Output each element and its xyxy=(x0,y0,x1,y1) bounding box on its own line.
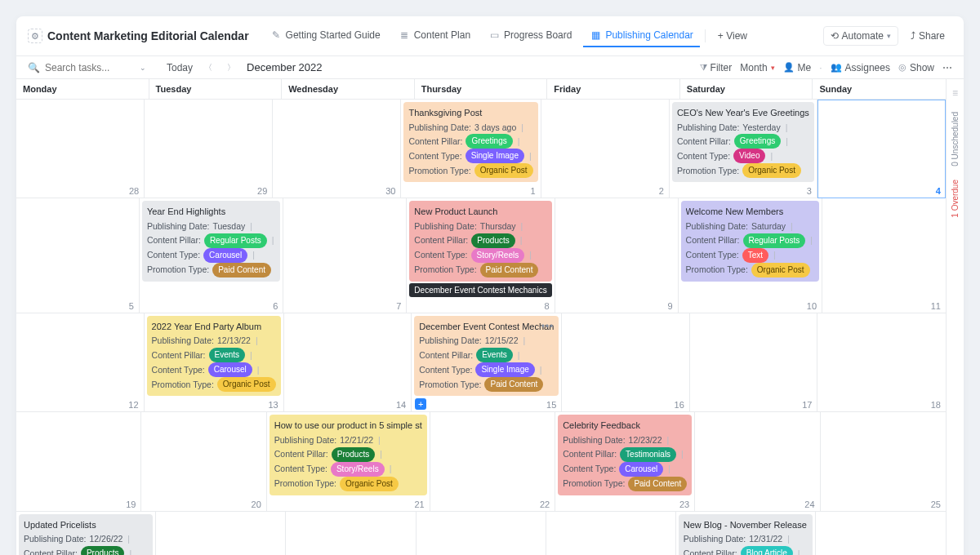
share-icon: ⤴ xyxy=(911,30,915,42)
day-number: 23 xyxy=(679,500,689,509)
me-button[interactable]: 👤Me xyxy=(783,62,812,73)
page-title: Content Marketing Editorial Calendar xyxy=(47,29,249,42)
event-card[interactable]: New Blog - November ReleasePublishing Da… xyxy=(679,514,813,555)
search-input[interactable] xyxy=(45,62,135,73)
automate-button[interactable]: ⟲ Automate ▾ xyxy=(823,26,898,46)
calendar-cell[interactable]: 29 xyxy=(416,512,546,555)
share-button[interactable]: ⤴ Share xyxy=(903,26,952,46)
more-icon[interactable]: ••• xyxy=(541,319,555,335)
event-card[interactable]: New Product LaunchPublishing Date: Thurs… xyxy=(409,201,551,281)
calendar-cell[interactable]: 25 xyxy=(821,412,946,511)
calendar-cell[interactable]: 2022 Year End Party AlbumPublishing Date… xyxy=(145,313,284,412)
today-button[interactable]: Today xyxy=(167,62,193,73)
calendar-cell[interactable]: 20 xyxy=(141,412,266,511)
day-number: 1 xyxy=(531,186,536,196)
event-card[interactable]: Year End HighlightsPublishing Date: Tues… xyxy=(142,201,281,281)
settings-icon[interactable]: ⚙ xyxy=(28,29,42,43)
field-type: Content Type: Single Image| xyxy=(408,149,532,163)
field-pillar: Content Pillar: Events| xyxy=(419,348,554,362)
rail-toggle-icon[interactable]: ≡ xyxy=(952,87,958,99)
next-button[interactable]: 〉 xyxy=(224,62,238,73)
day-header: Wednesday xyxy=(282,79,415,99)
calendar-cell[interactable]: 30 xyxy=(546,512,676,555)
field-pillar: Content Pillar: Products| xyxy=(414,233,546,248)
event-card[interactable]: CEO's New Year's Eve GreetingsPublishing… xyxy=(672,102,814,182)
calendar-cell[interactable]: 30 xyxy=(273,100,401,198)
prev-button[interactable]: 〈 xyxy=(201,62,216,73)
event-title: Updated Pricelists xyxy=(24,518,148,533)
tab-content-plan[interactable]: ≣ Content Plan xyxy=(392,24,477,47)
calendar-cell[interactable]: 7 xyxy=(283,198,407,313)
calendar-cell[interactable]: Thanksgiving PostPublishing Date: 3 days… xyxy=(401,100,541,198)
range-button[interactable]: Month▾ xyxy=(740,62,774,73)
side-rail: ≡ 0 Unscheduled 1 Overdue xyxy=(946,79,964,555)
chevron-down-icon: ▾ xyxy=(887,32,891,40)
calendar-cell[interactable]: 28 xyxy=(286,512,416,555)
event-title: How to use our product in 5 simple st xyxy=(274,419,422,433)
calendar-cell[interactable]: 2 xyxy=(541,100,670,198)
header: ⚙ Content Marketing Editorial Calendar ✎… xyxy=(16,16,964,56)
calendar-cell[interactable]: 14 xyxy=(284,313,412,412)
calendar-cell[interactable]: Year End HighlightsPublishing Date: Tues… xyxy=(140,198,284,313)
overflow-event-bar[interactable]: December Event Contest Mechanics xyxy=(409,283,551,297)
calendar-cell[interactable] xyxy=(816,512,946,555)
field-pillar: Content Pillar: Greetings| xyxy=(408,134,532,149)
calendar-cell[interactable]: 11 xyxy=(822,198,946,313)
add-view-button[interactable]: + View xyxy=(710,26,755,46)
calendar-cell[interactable]: CEO's New Year's Eve GreetingsPublishing… xyxy=(670,100,817,198)
tab-publishing-calendar[interactable]: ▦ Publishing Calendar xyxy=(583,24,699,47)
calendar-cell[interactable]: 5 xyxy=(16,198,140,313)
unscheduled-label[interactable]: 0 Unscheduled xyxy=(951,112,960,166)
day-number: 6 xyxy=(273,301,278,311)
calendar-cell[interactable]: 24 xyxy=(695,412,820,511)
tab-getting-started[interactable]: ✎ Getting Started Guide xyxy=(264,24,387,47)
overdue-label[interactable]: 1 Overdue xyxy=(951,180,960,218)
field-pub: Publishing Date: Thursday| xyxy=(414,220,546,233)
more-menu[interactable]: ⋯ xyxy=(942,62,952,73)
field-pub: Publishing Date: 3 days ago| xyxy=(408,121,532,135)
day-header: Saturday xyxy=(680,79,813,99)
day-number: 16 xyxy=(675,400,684,410)
calendar-cell[interactable]: How to use our product in 5 simple stPub… xyxy=(267,412,430,511)
calendar-cell[interactable]: Welcome New MembersPublishing Date: Satu… xyxy=(679,198,823,313)
calendar-cell[interactable]: 19 xyxy=(16,412,141,511)
event-card[interactable]: How to use our product in 5 simple stPub… xyxy=(270,415,427,495)
event-card[interactable]: Updated PricelistsPublishing Date: 12/26… xyxy=(19,514,153,555)
calendar-cell[interactable]: 22 xyxy=(430,412,555,511)
event-card[interactable]: Welcome New MembersPublishing Date: Satu… xyxy=(681,201,820,281)
event-card[interactable]: Celebrity FeedbackPublishing Date: 12/23… xyxy=(558,415,692,495)
calendar-cell[interactable]: New Product LaunchPublishing Date: Thurs… xyxy=(407,198,555,313)
calendar-cell[interactable]: 4 xyxy=(817,100,946,198)
calendar-cell[interactable]: 27 xyxy=(156,512,286,555)
assignees-button[interactable]: 👥Assignees xyxy=(831,62,890,73)
event-card[interactable]: Thanksgiving PostPublishing Date: 3 days… xyxy=(403,102,537,182)
field-promo: Promotion Type: Paid Content xyxy=(147,263,276,278)
calendar-cell[interactable]: 29 xyxy=(145,100,273,198)
event-title: Welcome New Members xyxy=(686,205,815,220)
day-number: 24 xyxy=(804,500,814,509)
event-card[interactable]: 2022 Year End Party AlbumPublishing Date… xyxy=(147,316,281,396)
field-pub: Publishing Date: 12/26/22| xyxy=(24,532,148,546)
calendar-cell[interactable]: 16 xyxy=(562,313,690,412)
day-number: 5 xyxy=(129,301,134,311)
calendar-cell[interactable]: 12 xyxy=(16,313,145,412)
add-event-button[interactable]: + xyxy=(415,398,426,410)
field-type: Content Type: Carousel| xyxy=(147,248,276,263)
day-number: 8 xyxy=(545,301,550,311)
calendar-cell[interactable]: 17 xyxy=(690,313,818,412)
calendar-cell[interactable]: Celebrity FeedbackPublishing Date: 12/23… xyxy=(555,412,695,511)
chevron-down-icon[interactable]: ⌄ xyxy=(140,64,146,72)
calendar-cell[interactable]: 18 xyxy=(817,313,946,412)
field-type: Content Type: Video| xyxy=(677,149,809,163)
calendar-cell[interactable]: •••December Event Contest MechanPublishi… xyxy=(412,313,562,412)
tab-progress-board[interactable]: ▭ Progress Board xyxy=(482,24,578,47)
calendar-cell[interactable]: 28 xyxy=(16,100,145,198)
show-button[interactable]: ◎Show xyxy=(898,62,934,73)
field-pub: Publishing Date: Yesterday| xyxy=(677,121,809,135)
calendar-cell[interactable]: New Blog - November ReleasePublishing Da… xyxy=(676,512,816,555)
calendar-cell[interactable]: 9 xyxy=(555,198,679,313)
event-card[interactable]: •••December Event Contest MechanPublishi… xyxy=(414,316,559,396)
day-header-row: MondayTuesdayWednesdayThursdayFridaySatu… xyxy=(16,79,946,100)
filter-button[interactable]: ⧩Filter xyxy=(700,62,733,73)
calendar-cell[interactable]: Updated PricelistsPublishing Date: 12/26… xyxy=(16,512,156,555)
